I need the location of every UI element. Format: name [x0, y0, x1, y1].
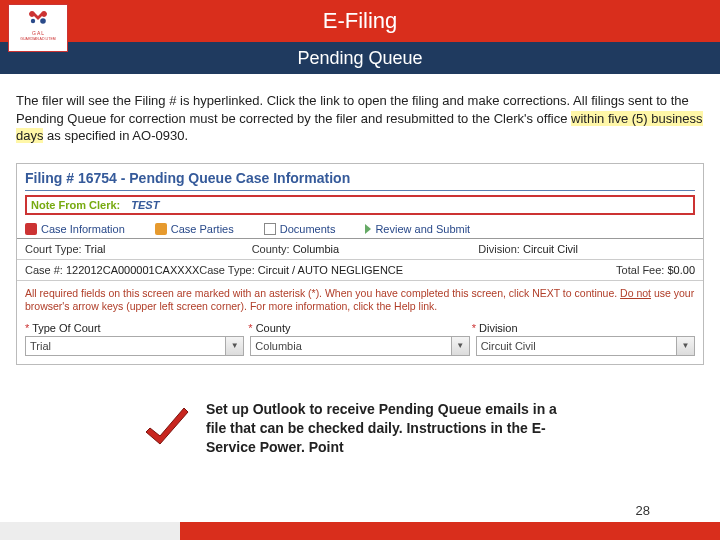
instr-a: All required fields on this screen are m…	[25, 287, 620, 299]
chevron-down-icon: ▼	[225, 337, 243, 355]
tab-label: Review and Submit	[375, 223, 470, 235]
tabstrip: Case Information Case Parties Documents …	[17, 217, 703, 239]
case-type-value: Circuit / AUTO NEGLIGENCE	[258, 264, 403, 276]
tip-callout: Set up Outlook to receive Pending Queue …	[140, 400, 560, 457]
screenshot-panel: Filing # 16754 - Pending Queue Case Info…	[16, 163, 704, 365]
tab-label: Documents	[280, 223, 336, 235]
footer-grey-block	[0, 522, 180, 540]
combo-value: Trial	[26, 340, 225, 352]
case-num-value: 122012CA000001CAXXXX	[66, 264, 199, 276]
slide-footer: 28	[0, 499, 720, 540]
svg-point-0	[31, 19, 35, 23]
info-row-1: Court Type: Trial County: Columbia Divis…	[17, 239, 703, 260]
logo-text-1: G A L	[11, 31, 65, 36]
county-value: Columbia	[293, 243, 339, 255]
gal-logo: G A L GUARDIAN AD LITEM	[8, 4, 68, 52]
combo-value: Circuit Civil	[477, 340, 676, 352]
hdr-division: Division	[479, 322, 518, 334]
folder-icon	[25, 223, 37, 235]
tip-text: Set up Outlook to receive Pending Queue …	[206, 400, 560, 457]
division-value: Circuit Civil	[523, 243, 578, 255]
hdr-county: County	[256, 322, 291, 334]
county-select[interactable]: Columbia▼	[250, 336, 469, 356]
clerk-note-value: TEST	[131, 199, 159, 211]
checkmark-icon	[140, 404, 194, 452]
page-number: 28	[0, 499, 720, 522]
court-type-label: Court Type:	[25, 243, 82, 255]
info-row-2: Case #: 122012CA000001CAXXXXCase Type: C…	[17, 260, 703, 281]
instr-donot: Do not	[620, 287, 651, 299]
clerk-note-label: Note From Clerk:	[31, 199, 120, 211]
intro-b: as specified in AO-0930.	[43, 128, 188, 143]
svg-point-1	[40, 18, 46, 24]
clerk-note-box: Note From Clerk: TEST	[25, 195, 695, 215]
page-subtitle: Pending Queue	[0, 48, 720, 69]
chevron-down-icon: ▼	[451, 337, 469, 355]
page-title: E-Filing	[0, 8, 720, 34]
county-label: County:	[252, 243, 290, 255]
form-header-row: * Type Of Court * County * Division	[17, 316, 703, 334]
tab-documents[interactable]: Documents	[264, 223, 336, 235]
court-type-select[interactable]: Trial▼	[25, 336, 244, 356]
logo-text-2: GUARDIAN AD LITEM	[11, 38, 65, 42]
header-navy-bar: Pending Queue	[0, 42, 720, 74]
required-fields-note: All required fields on this screen are m…	[17, 281, 703, 316]
tab-case-parties[interactable]: Case Parties	[155, 223, 234, 235]
document-icon	[264, 223, 276, 235]
tab-case-information[interactable]: Case Information	[25, 223, 125, 235]
panel-divider	[25, 190, 695, 191]
flag-icon	[365, 224, 371, 234]
case-num-label: Case #:	[25, 264, 63, 276]
person-icon	[155, 223, 167, 235]
case-type-label: Case Type:	[199, 264, 254, 276]
header-red-bar: G A L GUARDIAN AD LITEM E-Filing	[0, 0, 720, 42]
tab-label: Case Information	[41, 223, 125, 235]
form-combo-row: Trial▼ Columbia▼ Circuit Civil▼	[17, 334, 703, 364]
tab-review-submit[interactable]: Review and Submit	[365, 223, 470, 235]
fee-label: Total Fee:	[616, 264, 664, 276]
court-type-value: Trial	[85, 243, 106, 255]
chevron-down-icon: ▼	[676, 337, 694, 355]
tab-label: Case Parties	[171, 223, 234, 235]
hdr-court: Type Of Court	[32, 322, 100, 334]
combo-value: Columbia	[251, 340, 450, 352]
division-label: Division:	[478, 243, 520, 255]
intro-paragraph: The filer will see the Filing # is hyper…	[0, 74, 720, 153]
fee-value: $0.00	[667, 264, 695, 276]
panel-heading: Filing # 16754 - Pending Queue Case Info…	[17, 164, 703, 188]
division-select[interactable]: Circuit Civil▼	[476, 336, 695, 356]
